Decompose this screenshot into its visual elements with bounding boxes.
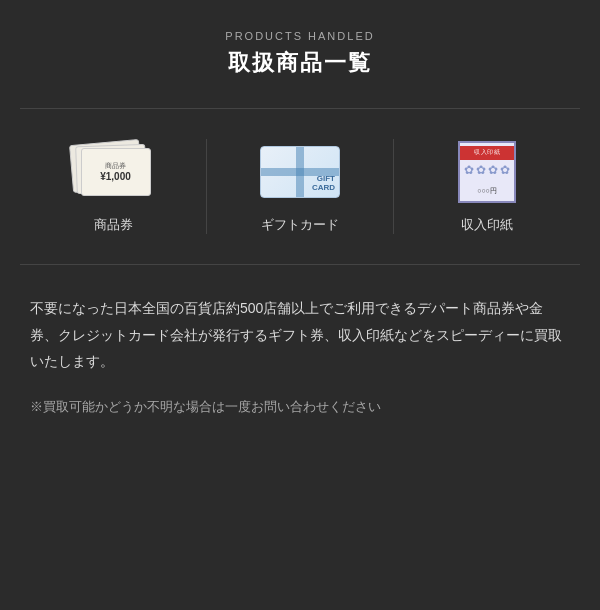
description-main: 不要になった日本全国の百貨店約500店舗以上でご利用できるデパート商品券や金券、… [30,295,570,375]
product-item-giftcard: GIFTCARD ギフトカード [207,139,394,234]
header-section: PRODUCTS HANDLED 取扱商品一覧 [20,30,580,78]
product-item-voucher: 商品券 ¥1,000 商品券 ¥1,000 商品券 ¥1,000 商品券 [20,139,207,234]
product-item-stamp: 収入印紙 ✿ ✿ ✿ ✿ ○○○円 収入印紙 [394,139,580,234]
voucher-icon: 商品券 ¥1,000 商品券 ¥1,000 商品券 ¥1,000 [68,139,158,204]
voucher-label: 商品券 [94,216,133,234]
products-row: 商品券 ¥1,000 商品券 ¥1,000 商品券 ¥1,000 商品券 GIF… [20,108,580,265]
header-subtitle: PRODUCTS HANDLED [20,30,580,42]
description-section: 不要になった日本全国の百貨店約500店舗以上でご利用できるデパート商品券や金券、… [20,295,580,418]
description-note: ※買取可能かどうか不明な場合は一度お問い合わせください [30,395,570,418]
header-title: 取扱商品一覧 [20,48,580,78]
stamp-label: 収入印紙 [461,216,513,234]
giftcard-icon: GIFTCARD [255,139,345,204]
stamp-icon-container: 収入印紙 ✿ ✿ ✿ ✿ ○○○円 [442,139,532,204]
giftcard-label: ギフトカード [261,216,339,234]
